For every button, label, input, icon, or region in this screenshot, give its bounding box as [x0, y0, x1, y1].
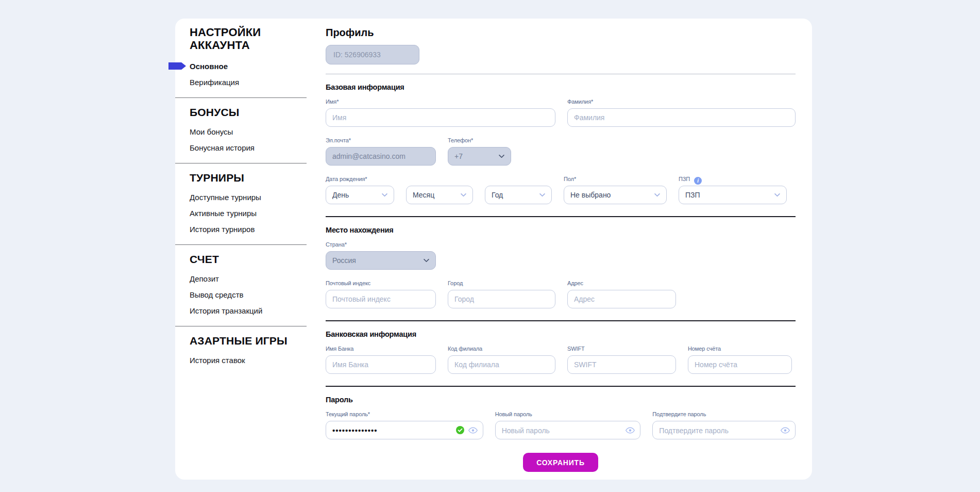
- chevron-down-icon: [461, 193, 466, 197]
- sidebar-item-tournament-history[interactable]: История турниров: [190, 221, 318, 237]
- new-password-input[interactable]: [502, 426, 622, 435]
- sidebar-divider: [175, 326, 307, 326]
- sidebar-item-transaction-history[interactable]: История транзакций: [190, 303, 318, 319]
- branch-code-input[interactable]: [448, 355, 555, 374]
- sidebar-item-label: Верификация: [190, 78, 239, 87]
- postal-code-label: Почтовый индекс: [326, 280, 436, 287]
- section-divider: [326, 216, 796, 217]
- pep-select[interactable]: ПЗП: [679, 186, 787, 204]
- sidebar-item-label: Вывод средств: [190, 290, 243, 299]
- birth-day-select[interactable]: День: [326, 186, 394, 204]
- sidebar-item-withdrawal[interactable]: Вывод средств: [190, 287, 318, 303]
- phone-field: Телефон* +7: [448, 137, 511, 166]
- sidebar-item-available-tournaments[interactable]: Доступные турниры: [190, 189, 318, 205]
- phone-label: Телефон*: [448, 137, 511, 144]
- account-number-field: Номер счёта: [688, 346, 792, 374]
- gender-label: Пол*: [564, 176, 667, 183]
- city-label: Город: [448, 280, 555, 287]
- sidebar-item-deposit[interactable]: Депозит: [190, 271, 318, 287]
- user-id-field: [326, 45, 419, 64]
- bank-name-label: Имя Банка: [326, 346, 436, 352]
- sidebar-item-label: История транзакций: [190, 306, 262, 315]
- birth-year-value: Год: [492, 191, 503, 199]
- sidebar-item-label: Бонусная история: [190, 143, 255, 152]
- swift-field: SWIFT: [567, 346, 676, 374]
- sidebar-item-my-bonuses[interactable]: Мои бонусы: [190, 124, 318, 140]
- country-value: Россия: [332, 256, 356, 265]
- chevron-down-icon: [424, 259, 429, 263]
- country-select: Россия: [326, 251, 436, 270]
- swift-input[interactable]: [567, 355, 676, 374]
- save-button[interactable]: СОХРАНИТЬ: [523, 453, 598, 472]
- sidebar-group-gambling: АЗАРТНЫЕ ИГРЫ: [190, 335, 318, 347]
- current-password-input[interactable]: [332, 426, 452, 435]
- eye-icon[interactable]: [468, 427, 478, 434]
- profile-form: Профиль Базовая информация Имя* Фамилия*…: [326, 27, 796, 472]
- city-input[interactable]: [448, 290, 555, 308]
- city-field: Город: [448, 280, 555, 308]
- section-divider: [326, 74, 796, 74]
- password-heading: Пароль: [326, 396, 796, 404]
- last-name-input[interactable]: [567, 108, 796, 127]
- pep-value: ПЗП: [685, 191, 700, 199]
- sidebar-group-tournaments: ТУРНИРЫ: [190, 172, 318, 184]
- confirm-password-input[interactable]: [659, 426, 776, 435]
- sidebar-item-label: Основное: [190, 62, 228, 71]
- birth-month-value: Месяц: [413, 191, 434, 199]
- sidebar-item-label: Доступные турниры: [190, 193, 261, 202]
- phone-code-select: +7: [448, 147, 511, 166]
- country-field: Страна* Россия: [326, 241, 436, 270]
- country-label: Страна*: [326, 241, 436, 248]
- postal-code-field: Почтовый индекс: [326, 280, 436, 308]
- bank-info-heading: Банковская информация: [326, 330, 796, 338]
- phone-code-value: +7: [454, 152, 463, 160]
- birth-date-label: Дата рождения*: [326, 176, 394, 183]
- chevron-down-icon: [499, 155, 504, 158]
- active-item-arrow-icon: [168, 62, 186, 70]
- birth-day-field: Дата рождения* День: [326, 176, 394, 204]
- sidebar-divider: [175, 97, 307, 98]
- swift-label: SWIFT: [567, 346, 676, 352]
- first-name-field: Имя*: [326, 99, 555, 127]
- location-heading: Место нахождения: [326, 226, 796, 234]
- info-icon[interactable]: i: [694, 177, 702, 185]
- sidebar-item-bonus-history[interactable]: Бонусная история: [190, 140, 318, 156]
- gender-select[interactable]: Не выбрано: [564, 186, 667, 204]
- pep-field: ПЗП i ПЗП: [679, 176, 787, 204]
- sidebar-item-label: Депозит: [190, 274, 219, 283]
- sidebar-group-bonuses: БОНУСЫ: [190, 106, 318, 119]
- sidebar-item-label: История ставок: [190, 356, 245, 365]
- sidebar-title: НАСТРОЙКИ АККАУНТА: [190, 26, 288, 52]
- user-id-input: [333, 51, 412, 59]
- postal-code-input[interactable]: [326, 290, 436, 308]
- account-number-input[interactable]: [688, 355, 792, 374]
- first-name-input[interactable]: [326, 108, 555, 127]
- branch-code-label: Код филиала: [448, 346, 555, 352]
- sidebar-divider: [175, 244, 307, 245]
- eye-icon[interactable]: [626, 427, 635, 434]
- birth-month-select[interactable]: Месяц: [406, 186, 473, 204]
- address-input[interactable]: [567, 290, 676, 308]
- gender-field: Пол* Не выбрано: [564, 176, 667, 204]
- confirm-password-field: Подтвердите пароль: [652, 411, 796, 439]
- sidebar-item-bet-history[interactable]: История ставок: [190, 352, 318, 368]
- birth-month-field: Месяц: [406, 176, 473, 204]
- account-settings-card: НАСТРОЙКИ АККАУНТА Основное Верификация …: [175, 19, 812, 480]
- last-name-field: Фамилия*: [567, 99, 796, 127]
- sidebar-group-account: СЧЕТ: [190, 253, 318, 266]
- birth-year-select[interactable]: Год: [485, 186, 552, 204]
- current-password-label: Текущий пароль*: [326, 411, 483, 418]
- email-label: Эл.почта*: [326, 137, 436, 144]
- email-field: Эл.почта*: [326, 137, 436, 166]
- sidebar-item-label: История турниров: [190, 225, 255, 234]
- basic-info-heading: Базовая информация: [326, 83, 796, 91]
- sidebar-item-verification[interactable]: Верификация: [190, 74, 318, 90]
- confirm-password-label: Подтвердите пароль: [652, 411, 796, 418]
- sidebar-item-active-tournaments[interactable]: Активные турниры: [190, 205, 318, 221]
- bank-name-input[interactable]: [326, 355, 436, 374]
- bank-name-field: Имя Банка: [326, 346, 436, 374]
- eye-icon[interactable]: [781, 427, 790, 434]
- account-number-label: Номер счёта: [688, 346, 792, 352]
- current-password-field: Текущий пароль*: [326, 411, 483, 439]
- sidebar-item-main[interactable]: Основное: [190, 58, 318, 74]
